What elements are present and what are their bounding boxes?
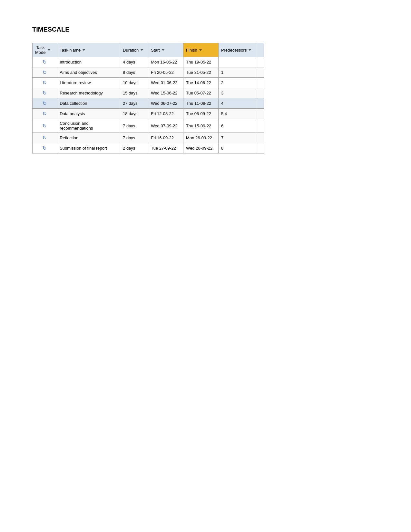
task-mode-icon: ↺ xyxy=(43,80,47,86)
start-cell: Wed 07-09-22 xyxy=(148,119,183,133)
predecessors-label: Predecessors xyxy=(221,48,247,53)
start-cell: Fri 16-09-22 xyxy=(148,133,183,143)
task-name-cell: Data analysis xyxy=(57,109,120,119)
predecessors-cell: 6 xyxy=(218,119,257,133)
table-row: ↺Reflection7 daysFri 16-09-22Mon 26-09-2… xyxy=(33,133,264,143)
task-mode-cell: ↺ xyxy=(33,57,57,67)
predecessors-sort-icon[interactable] xyxy=(249,49,251,51)
predecessors-cell: 1 xyxy=(218,67,257,78)
table-row: ↺Literature review10 daysWed 01-06-22Tue… xyxy=(33,78,264,88)
col-header-extra xyxy=(257,43,264,57)
duration-cell: 4 days xyxy=(120,57,148,67)
col-header-task-mode[interactable]: TaskMode xyxy=(33,43,57,57)
predecessors-cell: 2 xyxy=(218,78,257,88)
task-mode-cell: ↺ xyxy=(33,133,57,143)
predecessors-cell: 3 xyxy=(218,88,257,98)
start-cell: Fri 12-08-22 xyxy=(148,109,183,119)
finish-sort-icon[interactable] xyxy=(199,49,202,51)
extra-cell xyxy=(257,67,264,78)
duration-cell: 2 days xyxy=(120,143,148,153)
col-header-predecessors[interactable]: Predecessors xyxy=(218,43,257,57)
duration-sort-icon[interactable] xyxy=(141,49,143,51)
finish-cell: Thu 11-08-22 xyxy=(183,98,219,109)
start-sort-icon[interactable] xyxy=(162,49,164,51)
duration-label: Duration xyxy=(123,48,139,53)
col-header-start[interactable]: Start xyxy=(148,43,183,57)
task-name-sort-icon[interactable] xyxy=(83,49,85,51)
table-row: ↺Introduction4 daysMon 16-05-22Thu 19-05… xyxy=(33,57,264,67)
col-header-duration[interactable]: Duration xyxy=(120,43,148,57)
task-mode-cell: ↺ xyxy=(33,98,57,109)
table-row: ↺Data collection27 daysWed 06-07-22Thu 1… xyxy=(33,98,264,109)
extra-cell xyxy=(257,78,264,88)
start-cell: Tue 27-09-22 xyxy=(148,143,183,153)
task-mode-icon: ↺ xyxy=(43,59,47,65)
predecessors-cell: 8 xyxy=(218,143,257,153)
task-mode-icon: ↺ xyxy=(43,90,47,96)
duration-cell: 10 days xyxy=(120,78,148,88)
task-name-cell: Reflection xyxy=(57,133,120,143)
task-mode-cell: ↺ xyxy=(33,109,57,119)
task-mode-cell: ↺ xyxy=(33,119,57,133)
table-row: ↺Research methodology15 daysWed 15-06-22… xyxy=(33,88,264,98)
task-name-label: Task Name xyxy=(60,48,81,53)
task-name-cell: Literature review xyxy=(57,78,120,88)
extra-cell xyxy=(257,143,264,153)
task-mode-cell: ↺ xyxy=(33,143,57,153)
extra-cell xyxy=(257,109,264,119)
finish-cell: Wed 28-09-22 xyxy=(183,143,219,153)
finish-cell: Thu 15-09-22 xyxy=(183,119,219,133)
finish-cell: Thu 19-05-22 xyxy=(183,57,219,67)
start-cell: Fri 20-05-22 xyxy=(148,67,183,78)
task-mode-icon: ↺ xyxy=(43,69,47,75)
task-mode-cell: ↺ xyxy=(33,78,57,88)
duration-cell: 7 days xyxy=(120,119,148,133)
table-row: ↺Conclusion andrecommendations7 daysWed … xyxy=(33,119,264,133)
duration-cell: 18 days xyxy=(120,109,148,119)
predecessors-cell: 5,4 xyxy=(218,109,257,119)
task-name-cell: Introduction xyxy=(57,57,120,67)
duration-cell: 27 days xyxy=(120,98,148,109)
task-name-cell: Submission of final report xyxy=(57,143,120,153)
table-row: ↺Submission of final report2 daysTue 27-… xyxy=(33,143,264,153)
task-mode-cell: ↺ xyxy=(33,88,57,98)
finish-label: Finish xyxy=(186,48,197,53)
extra-cell xyxy=(257,98,264,109)
finish-cell: Tue 14-06-22 xyxy=(183,78,219,88)
predecessors-cell: 4 xyxy=(218,98,257,109)
start-cell: Wed 01-06-22 xyxy=(148,78,183,88)
extra-cell xyxy=(257,133,264,143)
duration-cell: 15 days xyxy=(120,88,148,98)
task-mode-icon: ↺ xyxy=(43,111,47,117)
col-header-task-name[interactable]: Task Name xyxy=(57,43,120,57)
extra-cell xyxy=(257,88,264,98)
page-title: TIMESCALE xyxy=(32,26,379,33)
table-row: ↺Data analysis18 daysFri 12-08-22Tue 06-… xyxy=(33,109,264,119)
task-mode-icon: ↺ xyxy=(43,135,47,141)
finish-cell: Tue 06-09-22 xyxy=(183,109,219,119)
predecessors-cell: 7 xyxy=(218,133,257,143)
start-label: Start xyxy=(151,48,160,53)
start-cell: Wed 15-06-22 xyxy=(148,88,183,98)
task-name-cell: Data collection xyxy=(57,98,120,109)
table-row: ↺Aims and objectives8 daysFri 20-05-22Tu… xyxy=(33,67,264,78)
task-name-cell: Conclusion andrecommendations xyxy=(57,119,120,133)
task-mode-cell: ↺ xyxy=(33,67,57,78)
table-body: ↺Introduction4 daysMon 16-05-22Thu 19-05… xyxy=(33,57,264,153)
start-cell: Mon 16-05-22 xyxy=(148,57,183,67)
task-mode-sort-icon[interactable] xyxy=(48,49,50,51)
finish-cell: Tue 05-07-22 xyxy=(183,88,219,98)
table-header-row: TaskMode Task Name Duration Start xyxy=(33,43,264,57)
task-mode-icon: ↺ xyxy=(43,100,47,106)
task-mode-icon: ↺ xyxy=(43,123,47,129)
duration-cell: 7 days xyxy=(120,133,148,143)
gantt-table: TaskMode Task Name Duration Start xyxy=(32,43,264,153)
predecessors-cell xyxy=(218,57,257,67)
finish-cell: Tue 31-05-22 xyxy=(183,67,219,78)
extra-cell xyxy=(257,119,264,133)
extra-cell xyxy=(257,57,264,67)
task-mode-label: TaskMode xyxy=(35,45,46,55)
finish-cell: Mon 26-09-22 xyxy=(183,133,219,143)
col-header-finish[interactable]: Finish xyxy=(183,43,219,57)
task-mode-icon: ↺ xyxy=(43,145,47,151)
